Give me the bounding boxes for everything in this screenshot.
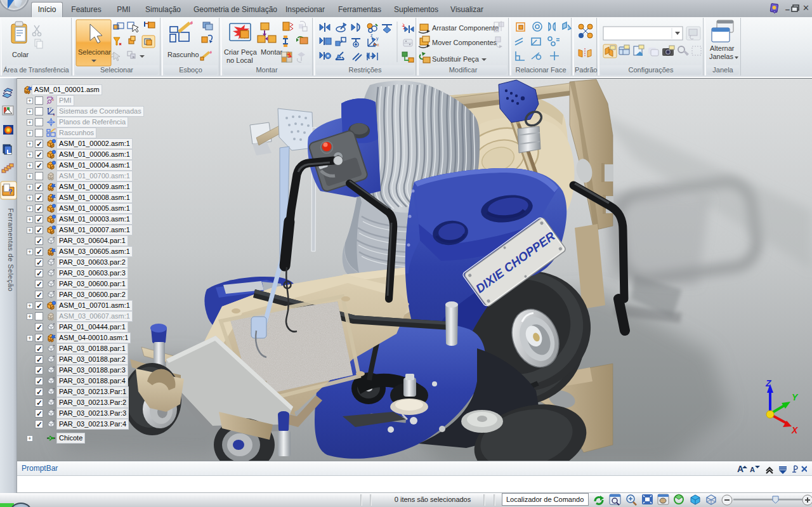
svg-text:Arrastar Componente: Arrastar Componente xyxy=(432,24,499,32)
svg-text:A: A xyxy=(737,464,743,474)
svg-text:Rascunho: Rascunho xyxy=(167,51,199,58)
svg-text:x: x xyxy=(377,43,379,47)
svg-text:Criar Peça: Criar Peça xyxy=(224,48,258,56)
svg-text:Alternar: Alternar xyxy=(710,44,735,52)
svg-text:Janelas: Janelas xyxy=(709,53,733,60)
svg-text:no Local: no Local xyxy=(226,56,253,64)
svg-text:Selecionar: Selecionar xyxy=(78,48,111,56)
svg-text:A: A xyxy=(750,466,755,473)
svg-text:Z: Z xyxy=(765,378,771,388)
svg-text:Montar: Montar xyxy=(261,48,283,56)
svg-text:Substituir Peça: Substituir Peça xyxy=(432,55,480,63)
svg-text:X: X xyxy=(791,425,799,435)
svg-text:Colar: Colar xyxy=(12,51,29,58)
svg-text:z: z xyxy=(370,33,373,37)
svg-text:Mover Componentes: Mover Componentes xyxy=(432,39,497,46)
svg-text:y: y xyxy=(376,36,379,41)
svg-text:?: ? xyxy=(8,188,13,195)
